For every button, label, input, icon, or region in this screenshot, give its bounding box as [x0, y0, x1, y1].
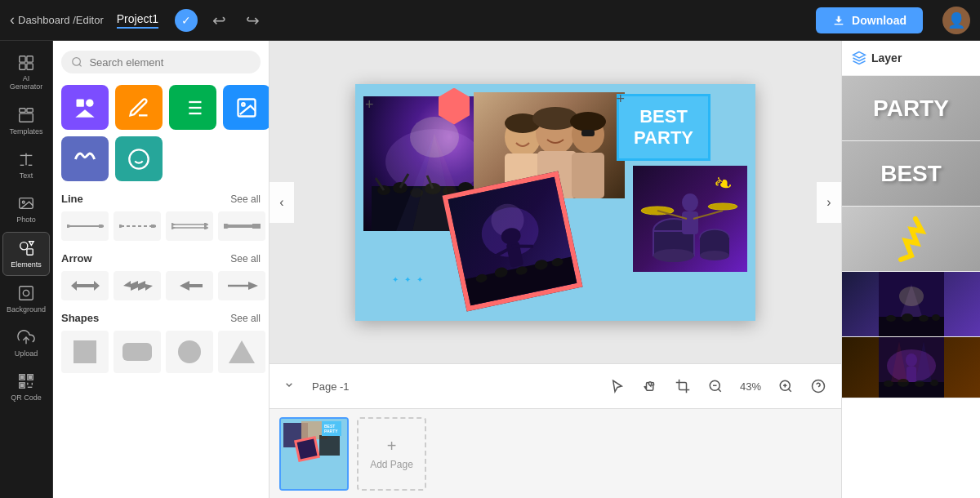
collapse-button[interactable]: [279, 375, 299, 398]
sidebar-label: AIGenerator: [10, 75, 43, 91]
svg-point-100: [653, 249, 694, 262]
line-title: Line: [61, 193, 83, 205]
icon-category-sticker[interactable]: [115, 136, 163, 181]
svg-marker-53: [180, 281, 203, 291]
svg-rect-2: [27, 56, 33, 62]
edit-icon: [127, 96, 150, 119]
icon-category-image[interactable]: [223, 85, 270, 130]
sidebar-item-elements[interactable]: Elements: [2, 232, 50, 276]
svg-rect-139: [906, 367, 916, 383]
svg-rect-57: [122, 343, 152, 361]
collapse-icon: [283, 378, 296, 391]
sidebar-item-qr-code[interactable]: QR Code: [2, 366, 50, 408]
shapes-see-all[interactable]: See all: [230, 313, 261, 324]
help-button[interactable]: [805, 373, 831, 399]
canvas[interactable]: +: [355, 84, 755, 321]
icon-category-edit[interactable]: [115, 85, 163, 130]
sidebar: AIGenerator Templates Text Photo: [0, 41, 53, 498]
shape-rounded-rect[interactable]: [114, 331, 161, 373]
search-input[interactable]: [89, 56, 251, 69]
text-icon: [17, 150, 35, 168]
line-item-double[interactable]: [166, 211, 213, 241]
line-item-dashed[interactable]: [114, 211, 161, 241]
svg-marker-127: [853, 52, 866, 59]
arrow-chevron-icon: [119, 278, 156, 294]
canvas-next-button[interactable]: ›: [817, 182, 841, 223]
crop-tool-button[interactable]: [670, 373, 696, 399]
icon-category-shapes[interactable]: [61, 85, 109, 130]
layer-item-party[interactable]: PARTY: [842, 76, 980, 141]
user-avatar[interactable]: 👤: [942, 7, 970, 34]
layer-item-best[interactable]: BEST: [842, 141, 980, 207]
svg-point-30: [73, 58, 81, 66]
layer-item-yellow-shape[interactable]: [842, 207, 980, 272]
sidebar-item-templates[interactable]: Templates: [2, 100, 50, 142]
search-bar[interactable]: [61, 51, 261, 73]
page-thumbnail-1[interactable]: BEST PARTY: [279, 417, 349, 491]
wave-icon: [74, 148, 96, 171]
photo-icon: [17, 194, 35, 212]
project-name[interactable]: Project1: [117, 12, 158, 29]
line-item-thick[interactable]: [218, 211, 265, 241]
square-icon: [70, 337, 100, 367]
canvas-photo-rotated[interactable]: [443, 171, 583, 311]
best-party-text-box[interactable]: BESTPARTY: [617, 94, 710, 162]
layer-party-bg: PARTY: [842, 76, 980, 140]
shape-triangle[interactable]: [218, 331, 265, 373]
layer-yellow-bg: [842, 207, 980, 271]
canvas-plus-marker2: +: [616, 91, 625, 108]
zoom-out-button[interactable]: [702, 373, 728, 399]
add-page-button[interactable]: + Add Page: [357, 417, 426, 491]
best-party-text: BESTPARTY: [634, 106, 693, 149]
search-icon: [71, 56, 82, 69]
layer-panel-header: Layer: [842, 41, 980, 76]
undo-button[interactable]: ↩: [207, 7, 231, 33]
sidebar-item-ai-generator[interactable]: AIGenerator: [2, 47, 50, 98]
svg-rect-85: [572, 153, 604, 198]
shape-square[interactable]: [61, 331, 109, 373]
zoom-in-button[interactable]: [773, 373, 799, 399]
sidebar-item-upload[interactable]: Upload: [2, 322, 50, 364]
sidebar-item-photo[interactable]: Photo: [2, 188, 50, 230]
line-item-simple[interactable]: [61, 211, 109, 241]
svg-marker-52: [123, 281, 153, 291]
select-tool-button[interactable]: [604, 373, 630, 399]
arrow-item-right[interactable]: [218, 271, 265, 300]
layer-item-photo1[interactable]: [842, 272, 980, 337]
canvas-container: ‹ +: [270, 41, 841, 363]
icon-category-list[interactable]: [169, 85, 216, 130]
svg-rect-15: [27, 249, 33, 255]
back-button[interactable]: Dashboard /Editor: [10, 11, 104, 29]
rotated-photo-svg: [448, 176, 577, 305]
svg-rect-5: [20, 109, 25, 113]
canvas-prev-button[interactable]: ‹: [270, 182, 294, 223]
sidebar-label: Elements: [11, 260, 42, 269]
icon-category-wave[interactable]: [61, 136, 109, 181]
arrow-item-single-chevron[interactable]: [166, 271, 213, 300]
pan-tool-button[interactable]: [637, 373, 663, 399]
select-icon: [610, 379, 625, 394]
svg-rect-122: [296, 437, 318, 460]
zoom-level: 43%: [735, 380, 766, 393]
sidebar-label: Upload: [15, 349, 38, 358]
svg-marker-59: [229, 340, 255, 363]
svg-marker-34: [75, 109, 94, 117]
line-see-all[interactable]: See all: [230, 193, 261, 205]
arrow-see-all[interactable]: See all: [230, 253, 261, 265]
sidebar-item-text[interactable]: Text: [2, 144, 50, 186]
download-button[interactable]: Download: [816, 7, 923, 33]
svg-rect-82: [581, 130, 595, 136]
layer-party-text: PARTY: [873, 96, 949, 122]
arrow-item-chevron[interactable]: [114, 271, 161, 300]
redo-button[interactable]: ↪: [241, 7, 265, 33]
sidebar-item-background[interactable]: Background: [2, 278, 50, 320]
layer-item-photo2[interactable]: [842, 337, 980, 398]
shapes-section-header: Shapes See all: [61, 312, 261, 324]
layer-photo1-svg: [879, 272, 944, 337]
svg-rect-3: [20, 64, 25, 69]
shape-circle[interactable]: [166, 331, 213, 373]
svg-point-43: [129, 149, 148, 168]
arrow-item-double-arrow[interactable]: [61, 271, 109, 300]
svg-point-13: [22, 201, 24, 203]
svg-point-42: [242, 103, 245, 106]
